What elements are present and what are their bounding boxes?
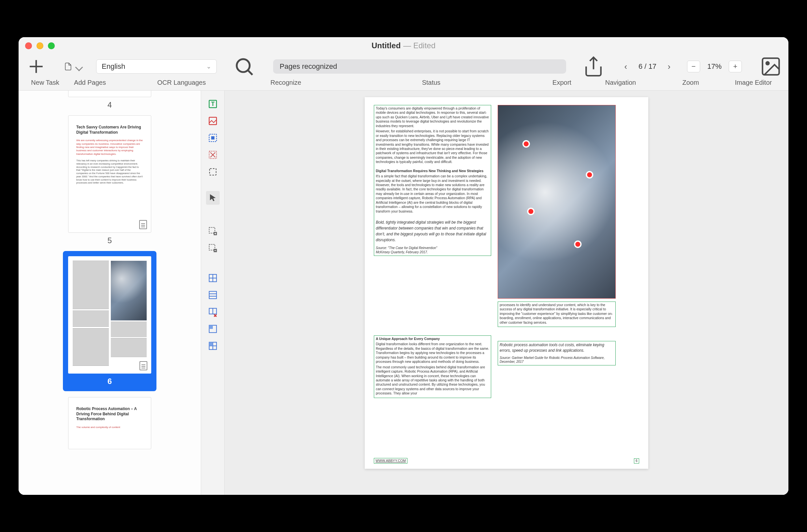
footer-link[interactable]: WWW.ABBYY.COM xyxy=(374,458,407,463)
area-tools-strip: T xyxy=(201,91,225,495)
thumb-intro: The volume and complexity of content xyxy=(76,426,143,429)
source-line: Source: Gartner Market Guide for Robotic… xyxy=(500,356,614,364)
pull-quote: Bold, tightly integrated digital strateg… xyxy=(376,220,489,243)
thumb-label: 4 xyxy=(108,100,112,110)
language-value: English xyxy=(102,62,125,71)
svg-line-3 xyxy=(248,71,253,75)
recognize-button[interactable] xyxy=(233,60,255,73)
paragraph: Digital transformation looks different f… xyxy=(376,342,489,364)
thumb-body: This has left many companies striving to… xyxy=(76,159,143,185)
picture-area-tool[interactable] xyxy=(206,114,220,128)
text-block[interactable]: Robotic process automation tools cut cos… xyxy=(498,341,616,365)
split-cells-tool[interactable] xyxy=(206,339,220,353)
svg-point-2 xyxy=(237,59,250,72)
close-button[interactable] xyxy=(25,42,32,49)
add-horizontal-separator-tool[interactable] xyxy=(206,288,220,302)
toolbar-labels: New Task Add Pages OCR Languages Recogni… xyxy=(19,79,788,91)
page-canvas[interactable]: Today's consumers are digitally empowere… xyxy=(225,91,788,495)
prev-page-button[interactable]: ‹ xyxy=(618,60,634,73)
zoom-control: − 17% + xyxy=(687,59,742,74)
svg-rect-38 xyxy=(209,342,212,346)
app-window: Untitled — Edited English ⌄ Pages recogn… xyxy=(19,37,788,495)
zoom-in-button[interactable]: + xyxy=(729,61,742,72)
city-aerial-image xyxy=(498,105,615,298)
new-task-label: New Task xyxy=(25,79,65,87)
thumbnail-6[interactable]: 6 xyxy=(63,251,156,391)
minimize-button[interactable] xyxy=(37,42,43,49)
barcode-area-tool[interactable] xyxy=(206,131,220,145)
recognize-label: Recognize xyxy=(248,79,323,87)
paragraph: processes to identify and understand you… xyxy=(500,303,614,325)
svg-rect-11 xyxy=(211,136,214,139)
svg-rect-26 xyxy=(209,291,216,299)
background-area-tool[interactable] xyxy=(206,148,220,162)
thumbnail-5[interactable]: Tech Savvy Customers Are Driving Digital… xyxy=(68,115,151,245)
merge-cells-tool[interactable] xyxy=(206,322,220,336)
text-block[interactable]: Today's consumers are digitally empowere… xyxy=(374,105,491,256)
zoom-out-button[interactable]: − xyxy=(687,61,700,72)
image-editor-label: Image Editor xyxy=(725,79,782,87)
status-label: Status xyxy=(323,79,539,87)
thumb-heading: Tech Savvy Customers Are Driving Digital… xyxy=(76,125,143,135)
paragraph: However, for established enterprises, it… xyxy=(376,129,489,164)
delete-separator-tool[interactable] xyxy=(206,305,220,319)
page-number: 6 xyxy=(634,458,639,463)
edited-indicator: — Edited xyxy=(403,41,436,50)
thumbnail-7[interactable]: Robotic Process Automation – A Driving F… xyxy=(68,397,151,449)
recognition-area-tool[interactable] xyxy=(206,165,220,179)
status-text: Pages recognized xyxy=(280,62,337,71)
paragraph: The most commonly used technologies behi… xyxy=(376,365,489,396)
navigation-label: Navigation xyxy=(585,79,656,87)
cut-area-part-tool[interactable] xyxy=(206,241,220,255)
zoom-label: Zoom xyxy=(656,79,725,87)
page-badge-icon xyxy=(139,220,147,229)
svg-point-6 xyxy=(766,62,769,65)
thumb-heading: Robotic Process Automation – A Driving F… xyxy=(76,406,143,422)
thumbnail-sidebar[interactable]: 4 Tech Savvy Customers Are Driving Digit… xyxy=(19,91,201,495)
thumbnail-4[interactable]: 4 xyxy=(68,91,151,110)
heading: A Unique Approach for Every Company xyxy=(376,337,489,341)
thumb-label: 5 xyxy=(108,236,112,245)
language-select[interactable]: English ⌄ xyxy=(96,59,217,74)
toolbar: English ⌄ Pages recognized ‹ 6 / 17 › − … xyxy=(19,54,788,79)
pointer-tool[interactable] xyxy=(206,191,220,205)
chevron-down-icon xyxy=(75,64,83,69)
svg-rect-15 xyxy=(210,169,216,175)
add-pages-label: Add Pages xyxy=(65,79,115,87)
text-area-tool[interactable]: T xyxy=(206,97,220,111)
export-label: Export xyxy=(539,79,585,87)
chevron-down-icon: ⌄ xyxy=(206,63,211,70)
paragraph: Today's consumers are digitally empowere… xyxy=(376,106,489,128)
add-vertical-separator-tool[interactable] xyxy=(206,271,220,285)
add-pages-button[interactable] xyxy=(60,60,87,73)
svg-rect-34 xyxy=(209,325,212,329)
text-block[interactable]: A Unique Approach for Every Company Digi… xyxy=(374,336,491,398)
thumb-intro: We are currently witnessing unprecedente… xyxy=(76,139,143,156)
window-title: Untitled — Edited xyxy=(19,37,788,54)
text-block[interactable]: processes to identify and understand you… xyxy=(498,302,616,327)
thumb-label: 6 xyxy=(108,377,112,386)
page-counter: 6 / 17 xyxy=(636,62,659,71)
page-badge-icon xyxy=(139,361,147,370)
source-line: Source: "The Case for Digital Reinventio… xyxy=(376,246,489,250)
navigation-control: ‹ 6 / 17 › xyxy=(618,59,677,74)
new-task-button[interactable] xyxy=(25,60,47,73)
add-area-part-tool[interactable] xyxy=(206,224,220,238)
status-field: Pages recognized xyxy=(273,59,566,74)
next-page-button[interactable]: › xyxy=(661,60,677,73)
heading: Digital Transformation Requires New Thin… xyxy=(376,169,489,173)
zoom-value: 17% xyxy=(702,62,728,71)
picture-block[interactable] xyxy=(498,105,616,299)
zoom-button[interactable] xyxy=(48,42,55,49)
title-text: Untitled xyxy=(371,41,401,50)
image-editor-button[interactable] xyxy=(760,60,782,73)
source-line: McKinsey Quarterly, February 2017. xyxy=(376,250,489,254)
titlebar: Untitled — Edited xyxy=(19,37,788,54)
pull-quote: Robotic process automation tools cut cos… xyxy=(500,342,614,353)
svg-text:T: T xyxy=(211,101,214,107)
export-button[interactable] xyxy=(582,60,604,73)
paragraph: It's a simple fact that digital transfor… xyxy=(376,174,489,213)
window-controls xyxy=(25,42,55,49)
ocr-languages-label: OCR Languages xyxy=(115,79,248,87)
main-area: 4 Tech Savvy Customers Are Driving Digit… xyxy=(19,91,788,495)
